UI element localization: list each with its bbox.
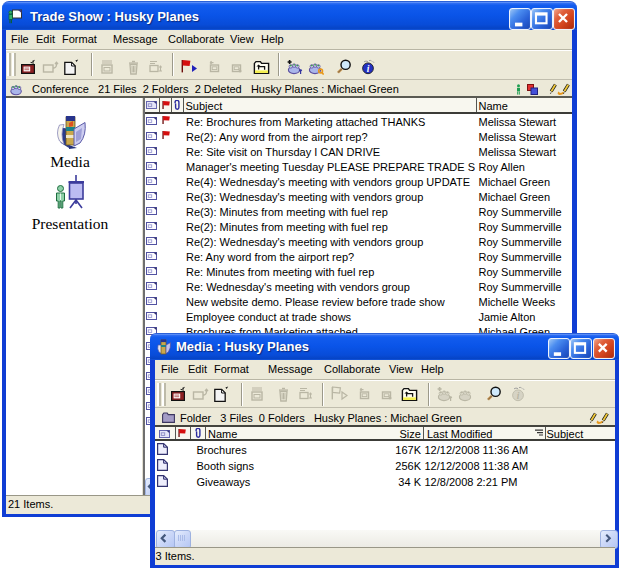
svg-text:i: i	[367, 64, 370, 74]
svg-text:i: i	[517, 391, 520, 401]
